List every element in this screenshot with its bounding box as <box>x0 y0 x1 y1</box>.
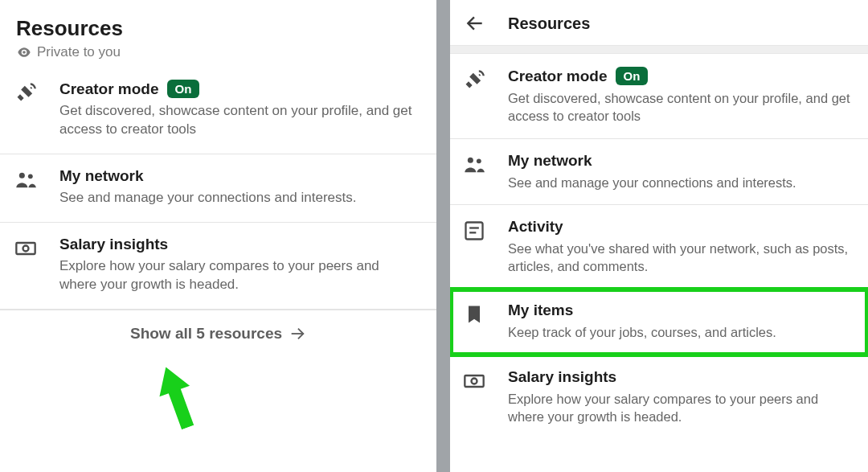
item-title: My items <box>508 302 854 319</box>
item-body: My items Keep track of your jobs, course… <box>508 302 854 341</box>
section-divider <box>450 46 868 54</box>
resources-page-right: Resources Creator mode On Get discovered… <box>450 0 868 472</box>
item-desc: Keep track of your jobs, courses, and ar… <box>508 323 854 341</box>
money-icon <box>14 237 37 260</box>
satellite-icon <box>14 81 37 104</box>
svg-point-8 <box>477 158 481 163</box>
annotation-arrow-icon <box>136 355 219 438</box>
pane-divider <box>436 0 450 472</box>
svg-rect-2 <box>16 243 35 254</box>
arrow-right-icon <box>289 325 306 343</box>
resource-item-my-network[interactable]: My network See and manage your connectio… <box>0 154 436 223</box>
eye-icon <box>16 44 32 60</box>
item-title: Salary insights <box>59 236 420 253</box>
item-desc: Explore how your salary compares to your… <box>59 257 413 294</box>
item-icon-wrap <box>463 218 495 276</box>
item-icon-wrap <box>463 368 495 426</box>
resources-header: Resources Private to you <box>0 0 436 67</box>
creator-mode-badge: On <box>616 67 649 85</box>
item-title-row: Creator mode On <box>508 67 854 85</box>
svg-point-7 <box>468 157 473 162</box>
svg-rect-9 <box>466 222 483 239</box>
item-icon-wrap <box>14 80 47 139</box>
resources-title: Resources <box>16 16 420 41</box>
back-arrow-icon[interactable] <box>465 13 485 34</box>
item-body: Creator mode On Get discovered, showcase… <box>508 67 854 125</box>
item-body: Salary insights Explore how your salary … <box>508 368 854 426</box>
item-desc: See and manage your connections and inte… <box>508 174 854 191</box>
private-row: Private to you <box>16 44 420 60</box>
item-title: My network <box>508 152 854 170</box>
item-icon-wrap <box>463 152 495 191</box>
svg-point-1 <box>28 174 33 179</box>
item-desc: See and manage your connections and inte… <box>59 189 413 207</box>
svg-point-13 <box>472 378 477 384</box>
item-icon-wrap <box>14 236 47 294</box>
item-icon-wrap <box>463 302 495 341</box>
item-body: My network See and manage your connectio… <box>508 152 854 191</box>
svg-marker-5 <box>151 361 203 433</box>
private-label: Private to you <box>37 44 121 60</box>
item-desc: See what you've shared with your network… <box>508 240 854 276</box>
show-all-resources-button[interactable]: Show all 5 resources <box>0 310 436 357</box>
resource-item-activity[interactable]: Activity See what you've shared with you… <box>450 205 868 289</box>
item-body: My network See and manage your connectio… <box>59 167 420 207</box>
item-icon-wrap <box>463 67 495 125</box>
item-desc: Get discovered, showcase content on your… <box>59 102 413 139</box>
resources-list: Creator mode On Get discovered, showcase… <box>450 54 868 438</box>
show-all-label: Show all 5 resources <box>130 325 282 343</box>
svg-point-3 <box>23 245 29 251</box>
page-title: Resources <box>508 14 590 33</box>
resource-item-my-items[interactable]: My items Keep track of your jobs, course… <box>450 289 868 355</box>
item-title: Creator mode <box>59 80 159 98</box>
item-title: Creator mode <box>508 68 608 85</box>
item-title-row: Creator mode On <box>59 80 420 98</box>
item-desc: Get discovered, showcase content on your… <box>508 89 854 125</box>
item-title: Activity <box>508 218 854 236</box>
money-icon <box>463 370 485 392</box>
item-icon-wrap <box>14 167 47 207</box>
item-body: Activity See what you've shared with you… <box>508 218 854 276</box>
creator-mode-badge: On <box>167 80 200 98</box>
people-icon <box>463 154 485 176</box>
item-title: Salary insights <box>508 368 854 386</box>
resource-item-creator-mode[interactable]: Creator mode On Get discovered, showcase… <box>0 67 436 154</box>
item-title: My network <box>59 167 420 185</box>
svg-rect-12 <box>465 376 483 387</box>
satellite-icon <box>463 68 485 91</box>
item-body: Salary insights Explore how your salary … <box>59 236 420 294</box>
svg-point-0 <box>19 173 25 179</box>
resource-item-my-network[interactable]: My network See and manage your connectio… <box>450 139 868 205</box>
people-icon <box>14 169 37 191</box>
item-body: Creator mode On Get discovered, showcase… <box>59 80 420 139</box>
item-desc: Explore how your salary compares to your… <box>508 390 854 426</box>
resources-card-left: Resources Private to you Creator mode On… <box>0 0 436 472</box>
resource-item-creator-mode[interactable]: Creator mode On Get discovered, showcase… <box>450 54 868 139</box>
activity-icon <box>463 220 485 242</box>
resource-item-salary-insights[interactable]: Salary insights Explore how your salary … <box>450 355 868 439</box>
page-header: Resources <box>450 0 868 46</box>
bookmark-icon <box>463 303 485 326</box>
resource-item-salary-insights[interactable]: Salary insights Explore how your salary … <box>0 223 436 310</box>
